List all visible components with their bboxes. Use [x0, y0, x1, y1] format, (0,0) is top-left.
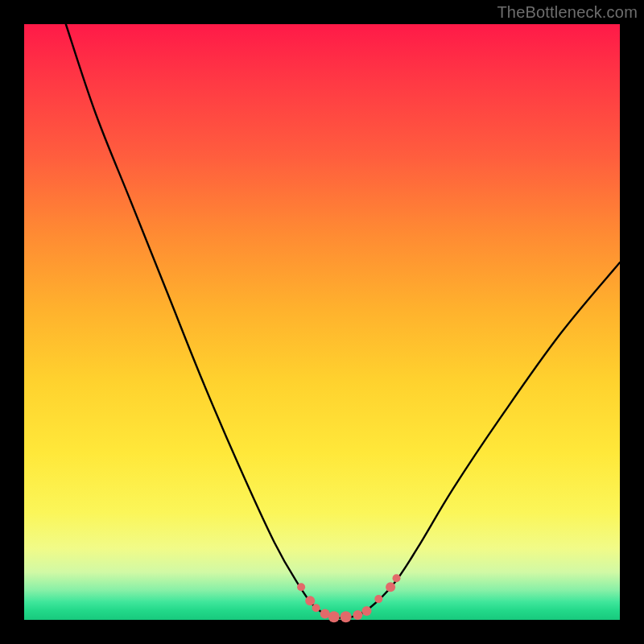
marker-dot	[393, 574, 401, 582]
marker-dot	[353, 610, 362, 620]
marker-dot	[362, 606, 372, 616]
marker-dot	[341, 611, 352, 622]
highlight-markers	[297, 574, 400, 622]
marker-dot	[312, 604, 320, 612]
marker-dot	[374, 595, 382, 603]
marker-dot	[328, 611, 340, 622]
watermark-text: TheBottleneck.com	[497, 3, 638, 22]
marker-dot	[305, 596, 315, 605]
bottleneck-curve	[66, 24, 620, 618]
chart-frame: TheBottleneck.com	[0, 0, 644, 644]
curve-svg	[24, 24, 620, 620]
marker-dot	[386, 582, 395, 592]
plot-area	[24, 24, 620, 620]
marker-dot	[297, 583, 305, 591]
